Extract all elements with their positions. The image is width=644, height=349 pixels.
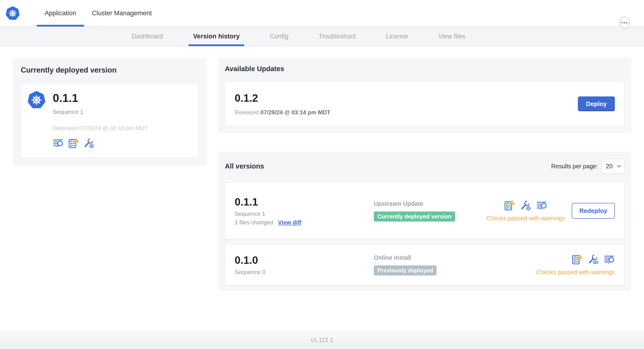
released-date: 07/29/24 @ 03:14 pm MDT xyxy=(260,109,330,116)
tab-version-history-label: Version history xyxy=(193,33,240,40)
source-label: Online Install xyxy=(374,254,536,261)
tab-view-files[interactable]: View files xyxy=(438,27,466,46)
version-actions: Checks passed with warnings Redeploy xyxy=(486,200,615,222)
row-version-number: 0.1.0 xyxy=(235,254,374,266)
version-source: Online Install Previously deployed xyxy=(374,254,536,276)
release-notes-icon[interactable] xyxy=(536,200,547,211)
redeploy-button[interactable]: Redeploy xyxy=(572,203,615,219)
checks-status[interactable]: Checks passed with warnings xyxy=(536,269,615,276)
deploy-button[interactable]: Deploy xyxy=(578,96,615,111)
results-per-page-label: Results per page: xyxy=(551,163,598,170)
top-navbar: Application Cluster Management xyxy=(0,0,644,27)
app-footer: v1.112.1 xyxy=(0,331,644,349)
kubernetes-logo-icon xyxy=(6,6,20,21)
ellipsis-icon xyxy=(621,22,628,24)
status-icons xyxy=(572,254,615,265)
row-version-number: 0.1.1 xyxy=(235,196,374,208)
current-version-actions xyxy=(53,138,191,149)
row-sequence: Sequence 0 xyxy=(235,269,374,276)
version-row-0-1-1: 0.1.1 Sequence 1 1 files changed View di… xyxy=(225,182,625,239)
all-versions-header: All versions Results per page: 20 xyxy=(225,159,625,174)
nav-tab-cluster-management[interactable]: Cluster Management xyxy=(84,0,160,26)
tab-config-label: Config xyxy=(270,33,288,40)
files-changed-text: 1 files changed xyxy=(235,219,273,226)
current-version-sequence: Sequence 1 xyxy=(53,108,191,115)
tab-view-files-label: View files xyxy=(438,33,466,40)
released-prefix: Released xyxy=(235,109,259,116)
tab-troubleshoot-label: Troubleshoot xyxy=(318,33,356,40)
current-version-deployed-date: Deployed 07/29/24 @ 02:43 pm MDT xyxy=(53,125,191,132)
tab-license[interactable]: License xyxy=(386,27,408,46)
view-diff-link[interactable]: View diff xyxy=(278,219,301,226)
kubernetes-app-icon xyxy=(28,90,45,110)
results-per-page-value: 20 xyxy=(606,162,613,170)
preflight-checks-warning-icon[interactable] xyxy=(68,138,79,149)
files-changed-line: 1 files changed View diff xyxy=(235,219,374,226)
available-update-card: 0.1.2 Released 07/29/24 @ 03:14 pm MDT D… xyxy=(225,82,625,126)
edit-config-icon[interactable] xyxy=(83,138,94,149)
source-label: Upstream Update xyxy=(374,200,486,207)
all-versions-title: All versions xyxy=(225,162,264,170)
available-updates-title: Available Updates xyxy=(225,65,625,73)
current-version-number: 0.1.1 xyxy=(53,92,191,105)
version-actions: Checks passed with warnings xyxy=(536,254,615,276)
tab-dashboard-label: Dashboard xyxy=(132,33,163,40)
preflight-checks-warning-icon[interactable] xyxy=(504,200,515,211)
status-badge: Previously deployed xyxy=(374,266,436,276)
update-version-number: 0.1.2 xyxy=(235,92,330,104)
available-updates-panel: Available Updates 0.1.2 Released 07/29/2… xyxy=(218,58,631,133)
preflight-checks-warning-icon[interactable] xyxy=(572,254,582,265)
tab-license-label: License xyxy=(386,33,408,40)
release-notes-icon[interactable] xyxy=(604,254,615,265)
tab-config[interactable]: Config xyxy=(270,27,288,46)
row-sequence: Sequence 1 xyxy=(235,210,374,217)
version-source: Upstream Update Currently deployed versi… xyxy=(374,200,486,222)
navbar-tabs: Application Cluster Management xyxy=(37,0,160,26)
status-column: Checks passed with warnings xyxy=(536,254,615,276)
currently-deployed-panel: Currently deployed version 0.1.1 Sequenc… xyxy=(13,58,207,166)
main-content: Currently deployed version 0.1.1 Sequenc… xyxy=(0,46,644,291)
edit-config-icon[interactable] xyxy=(520,200,531,211)
current-version-card: 0.1.1 Sequence 1 Deployed 07/29/24 @ 02:… xyxy=(21,84,198,158)
release-notes-icon[interactable] xyxy=(53,138,64,149)
tab-dashboard[interactable]: Dashboard xyxy=(132,27,163,46)
status-icons xyxy=(504,200,547,211)
console-version: v1.112.1 xyxy=(311,336,333,344)
update-released-line: Released 07/29/24 @ 03:14 pm MDT xyxy=(235,109,330,116)
results-per-page-select[interactable]: 20 xyxy=(602,159,625,174)
app-subnav: Dashboard Version history Config Trouble… xyxy=(0,27,644,46)
results-per-page: Results per page: 20 xyxy=(551,159,625,174)
tab-version-history[interactable]: Version history xyxy=(193,27,240,46)
currently-deployed-title: Currently deployed version xyxy=(21,66,198,74)
status-badge: Currently deployed version xyxy=(374,212,455,222)
nav-tab-cluster-management-label: Cluster Management xyxy=(92,10,152,17)
tab-troubleshoot[interactable]: Troubleshoot xyxy=(318,27,356,46)
version-info: 0.1.0 Sequence 0 xyxy=(235,254,374,276)
nav-tab-application[interactable]: Application xyxy=(37,0,84,26)
checks-status[interactable]: Checks passed with warnings xyxy=(486,215,565,222)
status-column: Checks passed with warnings xyxy=(486,200,565,222)
view-config-icon[interactable] xyxy=(588,254,599,265)
all-versions-panel: All versions Results per page: 20 0.1.1 … xyxy=(218,152,631,291)
version-info: 0.1.1 Sequence 1 1 files changed View di… xyxy=(235,196,374,226)
version-row-0-1-0: 0.1.0 Sequence 0 Online Install Previous… xyxy=(225,244,625,285)
more-options-button[interactable] xyxy=(619,17,630,29)
chevron-down-icon xyxy=(617,165,621,168)
nav-tab-application-label: Application xyxy=(45,10,76,17)
